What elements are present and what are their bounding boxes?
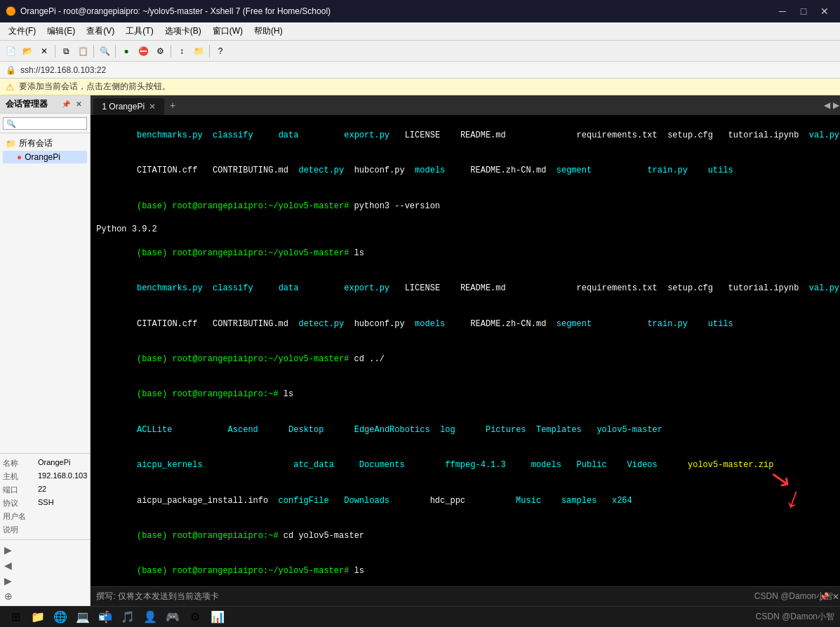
info-port-label: 端口 xyxy=(3,485,38,495)
session-name-label: OrangePi xyxy=(25,152,60,162)
panel-pin-btn[interactable]: 📌 xyxy=(60,99,72,110)
session-icon: ● xyxy=(17,152,22,162)
window-title: OrangePi - root@orangepiaipro: ~/yolov5-… xyxy=(20,6,331,16)
panel-close-btn[interactable]: ✕ xyxy=(73,99,84,110)
terminal-line: CITATION.cff CONTRIBUTING.md detect.py h… xyxy=(96,306,839,342)
all-sessions-label: 所有会话 xyxy=(19,137,53,149)
terminal-line: CITATION.cff CONTRIBUTING.md detect.py h… xyxy=(96,153,839,188)
taskbar-media-btn[interactable]: 🎵 xyxy=(118,608,138,626)
taskbar-mail-btn[interactable]: 📬 xyxy=(95,608,115,626)
taskbar-folder-btn[interactable]: 📁 xyxy=(28,608,48,626)
terminal-line: aicpu_package_install.info configFile Do… xyxy=(96,483,839,518)
info-name-value: OrangePi xyxy=(38,458,87,468)
close-button[interactable]: ✕ xyxy=(815,1,834,21)
toolbar-find[interactable]: 🔍 xyxy=(97,43,112,59)
tree-all-sessions[interactable]: 📁 所有会话 xyxy=(3,136,87,151)
info-username-value xyxy=(38,511,87,522)
tip-bar: ⚠ 要添加当前会话，点击左侧的箭头按钮。 xyxy=(0,79,840,95)
terminal-line: benchmarks.py classify data export.py LI… xyxy=(96,271,839,306)
nav-right-2[interactable]: ▶ xyxy=(3,574,87,588)
session-header-label: 会话管理器 xyxy=(6,98,48,110)
terminal-content[interactable]: benchmarks.py classify data export.py LI… xyxy=(91,115,840,586)
session-header: 会话管理器 📌 ✕ xyxy=(0,95,90,114)
terminal-line: (base) root@orangepiaipro:~# cd yolov5-m… xyxy=(96,518,839,553)
watermark: CSDN @Damon小智 xyxy=(754,591,833,602)
terminal-area: 1 OrangePi ✕ + ◀ ▶ benchmarks.py classif… xyxy=(91,95,840,606)
taskbar-user-btn[interactable]: 👤 xyxy=(140,608,160,626)
terminal-line: aicpu_kernels atc_data Documents ffmpeg-… xyxy=(96,447,839,483)
info-desc-label: 说明 xyxy=(3,525,38,535)
menu-file[interactable]: 文件(F) xyxy=(3,22,41,40)
title-controls: ─ □ ✕ xyxy=(773,1,834,21)
toolbar-new-session[interactable]: 📄 xyxy=(3,43,18,59)
menu-view[interactable]: 查看(V) xyxy=(81,22,120,40)
nav-buttons: ▶ ◀ ▶ ⊕ xyxy=(0,539,90,606)
toolbar-transfer[interactable]: ↕ xyxy=(174,43,189,59)
panel-controls: 📌 ✕ xyxy=(60,99,84,110)
info-protocol-label: 协议 xyxy=(3,498,38,508)
terminal-line: (base) root@orangepiaipro:~/yolov5-maste… xyxy=(96,236,839,271)
info-name-label: 名称 xyxy=(3,458,38,468)
ssh-bar: 🔒 ssh://192.168.0.103:22 xyxy=(0,62,840,79)
info-host-label: 主机 xyxy=(3,471,38,482)
folder-icon: 📁 xyxy=(6,139,16,149)
tab-nav: ◀ ▶ xyxy=(821,97,840,113)
menu-tabs[interactable]: 选项卡(B) xyxy=(159,22,207,40)
toolbar-paste[interactable]: 📋 xyxy=(75,43,91,59)
toolbar-close[interactable]: ✕ xyxy=(36,43,52,59)
menu-bar: 文件(F) 编辑(E) 查看(V) 工具(T) 选项卡(B) 窗口(W) 帮助(… xyxy=(0,22,840,41)
tab-close-icon[interactable]: ✕ xyxy=(149,102,156,112)
input-bar: 撰写: 仅将文本发送到当前选项卡 📌 ✕ xyxy=(91,586,840,606)
tree-orangepi[interactable]: ● OrangePi xyxy=(3,151,87,163)
taskbar-chart-btn[interactable]: 📊 xyxy=(208,608,227,626)
taskbar-start-btn[interactable]: ⊞ xyxy=(6,608,25,626)
info-port-value: 22 xyxy=(38,485,87,495)
panel-close-btn2[interactable]: ✕ xyxy=(832,592,839,602)
tab-orangepi[interactable]: 1 OrangePi ✕ xyxy=(93,98,164,115)
menu-edit[interactable]: 编辑(E) xyxy=(41,22,81,40)
menu-tools[interactable]: 工具(T) xyxy=(120,22,159,40)
search-input[interactable] xyxy=(3,117,87,130)
taskbar-game-btn[interactable]: 🎮 xyxy=(163,608,182,626)
toolbar: 📄 📂 ✕ ⧉ 📋 🔍 ● ⛔ ⚙ ↕ 📁 ? xyxy=(0,41,840,62)
tab-next-icon[interactable]: ▶ xyxy=(833,100,839,110)
session-panel: 会话管理器 📌 ✕ 📁 所有会话 ● OrangePi 名称 OrangePi xyxy=(0,95,91,606)
toolbar-sftp[interactable]: 📁 xyxy=(191,43,206,59)
tab-prev-icon[interactable]: ◀ xyxy=(824,100,830,110)
taskbar-terminal-btn[interactable]: 💻 xyxy=(73,608,93,626)
tab-add-btn[interactable]: + xyxy=(164,97,181,114)
menu-help[interactable]: 帮助(H) xyxy=(248,22,288,40)
toolbar-disconnect[interactable]: ⛔ xyxy=(135,43,151,59)
lock-icon: 🔒 xyxy=(6,65,16,75)
nav-left[interactable]: ◀ xyxy=(3,558,87,572)
terminal-line: (base) root@orangepiaipro:~/yolov5-maste… xyxy=(96,553,839,586)
tab-label: 1 OrangePi xyxy=(102,102,145,112)
info-protocol-value: SSH xyxy=(38,498,87,508)
nav-down[interactable]: ⊕ xyxy=(3,589,87,603)
terminal-line: benchmarks.py classify data export.py LI… xyxy=(96,118,839,153)
nav-right-1[interactable]: ▶ xyxy=(3,543,87,557)
toolbar-connect[interactable]: ● xyxy=(119,43,134,59)
terminal-line: (base) root@orangepiaipro:~/yolov5-maste… xyxy=(96,189,839,224)
info-desc-value xyxy=(38,525,87,535)
ssh-address: ssh://192.168.0.103:22 xyxy=(20,65,106,75)
minimize-button[interactable]: ─ xyxy=(773,1,792,21)
maximize-button[interactable]: □ xyxy=(794,1,813,21)
menu-window[interactable]: 窗口(W) xyxy=(207,22,248,40)
terminal-line: (base) root@orangepiaipro:~/yolov5-maste… xyxy=(96,342,839,377)
info-port: 端口 22 xyxy=(3,483,87,497)
taskbar-browser-btn[interactable]: 🌐 xyxy=(51,608,70,626)
info-desc: 说明 xyxy=(3,523,87,537)
info-host-value: 192.168.0.103 xyxy=(38,471,87,482)
input-bar-label: 撰写: 仅将文本发送到当前选项卡 xyxy=(96,591,219,602)
session-tree: 📁 所有会话 ● OrangePi xyxy=(0,133,90,453)
watermark-text: CSDN @Damon小智 xyxy=(756,611,834,623)
toolbar-help[interactable]: ? xyxy=(213,43,228,59)
toolbar-copy[interactable]: ⧉ xyxy=(58,43,74,59)
tab-bar: 1 OrangePi ✕ + ◀ ▶ xyxy=(91,95,840,115)
info-protocol: 协议 SSH xyxy=(3,497,87,510)
toolbar-open[interactable]: 📂 xyxy=(20,43,35,59)
info-name: 名称 OrangePi xyxy=(3,457,87,470)
toolbar-settings[interactable]: ⚙ xyxy=(152,43,168,59)
taskbar-settings-btn[interactable]: ⚙ xyxy=(185,608,205,626)
